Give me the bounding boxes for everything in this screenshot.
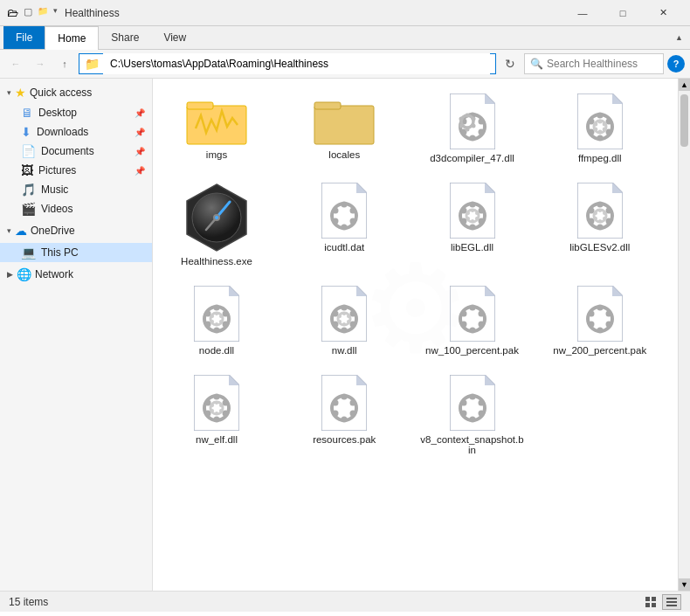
sidebar-item-music[interactable]: 🎵 Music: [0, 180, 152, 199]
file-item-libEGL[interactable]: libEGL.dll: [416, 175, 529, 274]
onedrive-chevron: ▾: [7, 226, 11, 235]
sidebar-item-videos[interactable]: 🎬 Videos: [0, 199, 152, 218]
file-item-resources[interactable]: resources.pak: [287, 367, 401, 463]
svg-point-33: [602, 128, 606, 132]
network-icon: 🌐: [17, 267, 31, 281]
svg-point-165: [469, 417, 475, 423]
svg-rect-168: [645, 597, 650, 601]
app-icon-3: 📁: [38, 6, 48, 19]
svg-point-122: [469, 328, 475, 334]
maximize-button[interactable]: □: [603, 0, 643, 26]
sidebar-item-downloads[interactable]: ⬇ Downloads 📌: [0, 122, 152, 142]
dll-nw-icon: [321, 286, 367, 342]
close-button[interactable]: ✕: [643, 0, 683, 26]
svg-point-58: [469, 225, 475, 231]
details-view-button[interactable]: [662, 594, 681, 610]
file-item-locales[interactable]: locales: [287, 86, 401, 171]
ribbon: File Home Share View ▲: [0, 26, 690, 50]
file-item-libGLESv2[interactable]: libGLESv2.dll: [543, 175, 657, 274]
documents-pin-icon: 📌: [135, 147, 145, 156]
window-controls: — □ ✕: [562, 0, 683, 26]
sidebar-item-pictures[interactable]: 🖼 Pictures 📌: [0, 161, 152, 180]
svg-point-31: [597, 120, 602, 124]
search-input[interactable]: [547, 58, 678, 70]
svg-point-65: [471, 219, 474, 223]
scroll-down-button[interactable]: ▼: [679, 578, 690, 591]
videos-label: Videos: [41, 203, 72, 215]
file-item-icudtl[interactable]: icudtl.dat: [287, 175, 401, 274]
dll-icudtl-icon: [321, 183, 367, 239]
dll-nw200-icon: [577, 286, 623, 342]
address-input[interactable]: [103, 53, 490, 74]
svg-point-50: [333, 218, 339, 225]
quick-access-chevron: ▾: [7, 88, 11, 97]
tab-view[interactable]: View: [151, 26, 198, 49]
dll-nw100-icon: [450, 286, 495, 342]
svg-rect-3: [314, 106, 374, 144]
svg-point-20: [459, 117, 463, 121]
file-name-resources: resources.pak: [313, 434, 376, 445]
item-count: 15 items: [9, 596, 48, 608]
file-item-healthiness-exe[interactable]: Healthiness.exe: [160, 175, 273, 274]
forward-button[interactable]: →: [30, 53, 51, 74]
svg-rect-171: [652, 603, 656, 607]
sidebar-onedrive-header[interactable]: ▾ ☁ OneDrive: [0, 220, 152, 241]
svg-point-79: [603, 211, 606, 215]
tab-home[interactable]: Home: [45, 26, 99, 50]
file-item-imgs[interactable]: imgs: [160, 86, 273, 171]
scrollbar[interactable]: ▲ ▼: [678, 79, 690, 591]
sidebar-quick-access-header[interactable]: ▾ ★ Quick access: [0, 82, 152, 103]
svg-point-81: [598, 219, 602, 223]
svg-rect-174: [666, 605, 677, 606]
minimize-button[interactable]: —: [562, 0, 603, 26]
this-pc-label: This PC: [41, 246, 79, 259]
svg-point-132: [588, 322, 594, 328]
sidebar-item-this-pc[interactable]: 💻 This PC: [0, 243, 152, 262]
file-item-nw100[interactable]: nw_100_percent.pak: [416, 278, 529, 363]
documents-icon: 📄: [21, 144, 36, 158]
svg-point-95: [219, 315, 223, 318]
file-item-nwelf[interactable]: nw_elf.dll: [160, 367, 273, 463]
ribbon-collapse-btn[interactable]: ▲: [675, 33, 683, 42]
svg-point-83: [594, 211, 597, 215]
downloads-pin-icon: 📌: [135, 128, 145, 137]
svg-point-9: [478, 119, 484, 125]
app-icon-1: 🗁: [7, 6, 18, 19]
svg-point-163: [478, 400, 484, 406]
tab-file[interactable]: File: [3, 26, 45, 49]
svg-point-35: [593, 128, 597, 132]
file-item-ffmpeg[interactable]: ffmpeg.dll: [543, 86, 657, 171]
file-item-nw[interactable]: nw.dll: [287, 278, 401, 363]
svg-point-78: [598, 209, 602, 212]
file-item-nw200[interactable]: nw_200_percent.pak: [543, 278, 657, 363]
refresh-button[interactable]: ↻: [500, 53, 521, 74]
svg-point-154: [350, 400, 356, 406]
large-icons-view-button[interactable]: [641, 594, 660, 610]
status-bar: 15 items: [0, 591, 690, 612]
help-button[interactable]: ?: [667, 55, 685, 73]
pictures-icon: 🖼: [21, 163, 33, 177]
file-name-v8context: v8_context_snapshot.bin: [420, 434, 525, 455]
sidebar-network-header[interactable]: ▶ 🌐 Network: [0, 264, 152, 285]
back-button[interactable]: ←: [5, 53, 26, 74]
up-button[interactable]: ↑: [54, 53, 75, 74]
tab-share[interactable]: Share: [99, 26, 151, 49]
network-chevron: ▶: [7, 270, 13, 279]
sidebar-section-quick-access: ▾ ★ Quick access 🖥 Desktop 📌 ⬇ Downloads…: [0, 82, 152, 218]
svg-point-71: [597, 202, 603, 208]
sidebar-item-desktop[interactable]: 🖥 Desktop 📌: [0, 103, 152, 122]
file-item-node[interactable]: node.dll: [160, 278, 273, 363]
svg-point-99: [210, 315, 214, 318]
file-name-libEGL: libEGL.dll: [451, 242, 493, 253]
svg-point-19: [459, 124, 463, 128]
network-label: Network: [35, 268, 73, 280]
sidebar-item-documents[interactable]: 📄 Documents 📌: [0, 142, 152, 161]
svg-point-114: [338, 320, 342, 323]
scroll-thumb[interactable]: [680, 94, 688, 147]
file-item-d3dcompiler[interactable]: d3dcompiler_47.dll: [416, 86, 529, 171]
svg-rect-173: [666, 601, 677, 603]
svg-point-15: [465, 114, 469, 118]
scroll-up-button[interactable]: ▲: [679, 79, 690, 91]
file-name-nw200: nw_200_percent.pak: [553, 345, 646, 356]
file-item-v8context[interactable]: v8_context_snapshot.bin: [416, 367, 529, 463]
